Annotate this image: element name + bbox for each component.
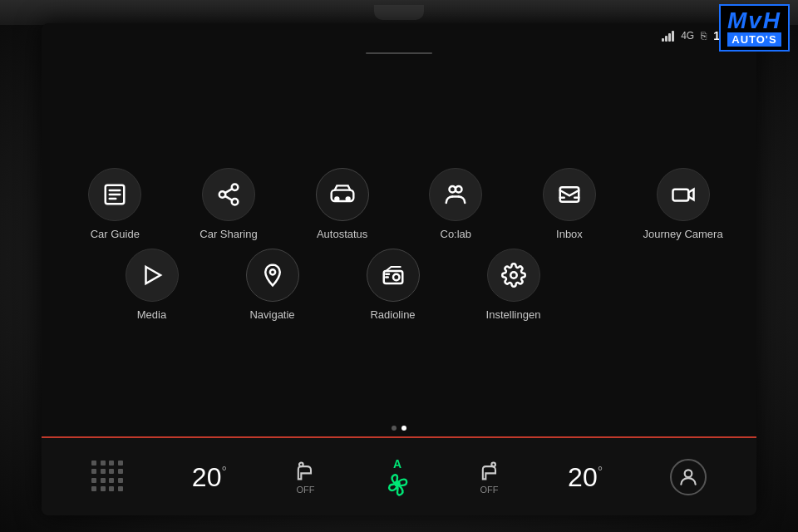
mvh-logo: MvH AUTO'S bbox=[719, 4, 790, 52]
page-dot-2[interactable] bbox=[401, 426, 406, 431]
instellingen-label: Instellingen bbox=[486, 308, 541, 321]
status-bar: 4G ⎘ 14:53 bbox=[42, 23, 756, 48]
temp-left-value: 20° bbox=[192, 464, 227, 490]
radioline-label: Radioline bbox=[370, 308, 415, 321]
svg-point-25 bbox=[510, 272, 517, 278]
svg-point-13 bbox=[456, 186, 462, 193]
mvh-logo-bottom: AUTO'S bbox=[727, 32, 781, 47]
temp-right-value: 20° bbox=[568, 464, 603, 490]
app-inbox[interactable]: Inbox bbox=[520, 168, 619, 240]
svg-point-27 bbox=[395, 481, 399, 485]
fan-icon bbox=[384, 470, 411, 497]
inbox-label: Inbox bbox=[556, 228, 583, 240]
app-autostatus[interactable]: Autostatus bbox=[293, 168, 392, 240]
app-car-guide[interactable]: Car Guide bbox=[65, 168, 165, 240]
apps-row-1: Car Guide Car Sharing bbox=[58, 168, 740, 240]
car-guide-icon bbox=[88, 168, 141, 221]
app-navigatie[interactable]: Navigatie bbox=[212, 249, 332, 321]
app-instellingen[interactable]: Instellingen bbox=[453, 249, 574, 321]
fan-control[interactable]: A bbox=[384, 457, 411, 497]
signal-bar-4 bbox=[672, 31, 674, 42]
app-radioline[interactable]: Radioline bbox=[332, 249, 453, 321]
svg-line-8 bbox=[225, 189, 233, 193]
top-bar bbox=[0, 0, 798, 25]
page-dot-1[interactable] bbox=[392, 426, 397, 431]
navigatie-icon bbox=[246, 249, 299, 302]
signal-strength bbox=[662, 30, 674, 42]
climate-temp-left[interactable]: 20° bbox=[192, 464, 227, 490]
svg-point-11 bbox=[346, 197, 349, 200]
seat-right-label: OFF bbox=[480, 485, 499, 495]
app-media[interactable]: Media bbox=[91, 249, 212, 321]
seat-left-label: OFF bbox=[296, 485, 314, 495]
svg-point-22 bbox=[393, 274, 400, 281]
apps-row-2: Media Navigatie bbox=[58, 249, 740, 321]
media-icon bbox=[126, 249, 179, 302]
svg-marker-19 bbox=[145, 267, 160, 283]
navigatie-label: Navigatie bbox=[249, 308, 294, 321]
app-car-sharing[interactable]: Car Sharing bbox=[179, 168, 278, 240]
instellingen-icon bbox=[487, 249, 540, 302]
profile-icon bbox=[677, 466, 699, 488]
autostatus-label: Autostatus bbox=[317, 228, 367, 240]
camera-bump bbox=[374, 5, 424, 20]
colab-icon bbox=[429, 168, 482, 221]
car-sharing-label: Car Sharing bbox=[200, 228, 257, 240]
radioline-icon bbox=[367, 249, 420, 302]
climate-temp-right[interactable]: 20° bbox=[568, 464, 603, 490]
svg-point-26 bbox=[299, 462, 303, 466]
apps-area: Car Guide Car Sharing bbox=[42, 57, 756, 432]
inbox-icon bbox=[543, 168, 596, 221]
svg-point-20 bbox=[269, 269, 274, 274]
colab-label: Co:lab bbox=[441, 228, 472, 240]
network-label: 4G bbox=[681, 30, 694, 42]
seat-left-icon bbox=[293, 460, 317, 483]
seat-heat-right-button[interactable]: OFF bbox=[478, 460, 501, 495]
bluetooth-icon: ⎘ bbox=[701, 30, 707, 42]
app-journey-camera[interactable]: Journey Camera bbox=[633, 168, 733, 240]
signal-bar-2 bbox=[665, 36, 667, 42]
app-colab[interactable]: Co:lab bbox=[406, 168, 505, 240]
seat-heat-left-button[interactable]: OFF bbox=[293, 460, 317, 495]
svg-point-29 bbox=[684, 470, 692, 477]
profile-button[interactable] bbox=[670, 459, 707, 495]
bottom-climate-bar: 20° OFF A OFF bbox=[42, 436, 756, 515]
car-guide-label: Car Guide bbox=[91, 228, 140, 240]
seat-right-icon bbox=[478, 460, 501, 483]
svg-point-28 bbox=[491, 462, 495, 466]
signal-bar-3 bbox=[668, 33, 671, 42]
page-dots bbox=[392, 426, 406, 431]
journey-camera-icon bbox=[657, 168, 710, 221]
svg-line-7 bbox=[225, 196, 233, 200]
page-indicator-line bbox=[366, 52, 432, 54]
mvh-logo-top: MvH bbox=[727, 9, 781, 32]
car-sharing-icon bbox=[202, 168, 255, 221]
grid-menu-icon[interactable] bbox=[91, 461, 125, 494]
main-screen: 4G ⎘ 14:53 Car Guide bbox=[42, 23, 756, 515]
svg-rect-17 bbox=[672, 190, 688, 201]
media-label: Media bbox=[137, 308, 166, 321]
autostatus-icon bbox=[316, 168, 369, 221]
fan-auto-label: A bbox=[393, 457, 401, 470]
svg-point-10 bbox=[335, 197, 338, 200]
signal-bar-1 bbox=[662, 38, 664, 42]
journey-camera-label: Journey Camera bbox=[643, 228, 723, 240]
svg-marker-18 bbox=[688, 190, 693, 200]
